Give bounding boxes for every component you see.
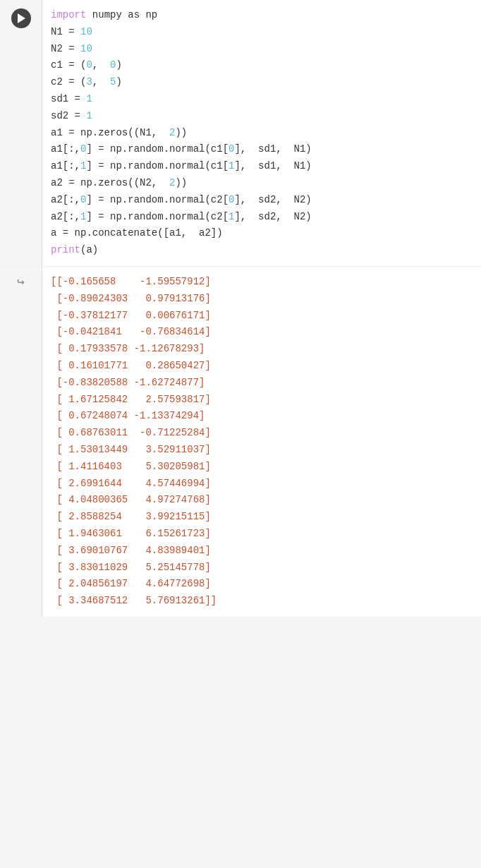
output-line: [ 3.34687512 5.76913261]]: [51, 593, 473, 610]
output-line: [-0.37812177 0.00676171]: [51, 308, 473, 325]
cell-gutter: [0, 0, 42, 266]
output-cell: ↪ [[-0.165658 -1.59557912] [-0.89024303 …: [0, 266, 481, 617]
code-cell: import numpy as np N1 = 10 N2 = 10 c1 = …: [0, 0, 481, 266]
output-line: [ 1.67125842 2.57593817]: [51, 392, 473, 409]
code-line: c2 = (3, 5): [51, 74, 473, 91]
code-line: c1 = (0, 0): [51, 57, 473, 74]
output-line: [ 2.6991644 4.57446994]: [51, 476, 473, 493]
code-content: import numpy as np N1 = 10 N2 = 10 c1 = …: [42, 0, 481, 266]
code-line: a1[:,0] = np.random.normal(c1[0], sd1, N…: [51, 141, 473, 158]
output-line: [ 3.83011029 5.25145778]: [51, 560, 473, 577]
code-line: N2 = 10: [51, 41, 473, 58]
code-line: print(a): [51, 242, 473, 259]
code-line: a = np.concatenate([a1, a2]): [51, 225, 473, 242]
output-line: [-0.83820588 -1.62724877]: [51, 375, 473, 392]
output-line: [ 1.4116403 5.30205981]: [51, 459, 473, 476]
output-line: [ 3.69010767 4.83989401]: [51, 543, 473, 560]
code-line: sd2 = 1: [51, 108, 473, 125]
output-line: [ 2.8588254 3.99215115]: [51, 509, 473, 526]
code-line: N1 = 10: [51, 24, 473, 41]
output-line: [ 4.04800365 4.97274768]: [51, 492, 473, 509]
code-line: sd1 = 1: [51, 91, 473, 108]
output-line: [ 0.68763011 -0.71225284]: [51, 425, 473, 442]
code-line: a1[:,1] = np.random.normal(c1[1], sd1, N…: [51, 158, 473, 175]
output-line: [-0.0421841 -0.76834614]: [51, 324, 473, 341]
output-line: [ 1.9463061 6.15261723]: [51, 526, 473, 543]
output-line: [ 0.17933578 -1.12678293]: [51, 341, 473, 358]
output-icon: ↪: [17, 274, 25, 289]
code-line: import numpy as np: [51, 7, 473, 24]
code-line: a1 = np.zeros((N1, 2)): [51, 125, 473, 142]
output-line: [[-0.165658 -1.59557912]: [51, 274, 473, 291]
output-line: [ 0.67248074 -1.13374294]: [51, 408, 473, 425]
run-button[interactable]: [11, 8, 31, 28]
output-gutter: ↪: [0, 267, 42, 617]
code-line: a2[:,1] = np.random.normal(c2[1], sd2, N…: [51, 209, 473, 226]
output-content: [[-0.165658 -1.59557912] [-0.89024303 0.…: [42, 267, 481, 617]
output-line: [ 0.16101771 0.28650427]: [51, 358, 473, 375]
code-line: a2 = np.zeros((N2, 2)): [51, 175, 473, 192]
output-line: [ 1.53013449 3.52911037]: [51, 442, 473, 459]
output-line: [ 2.04856197 4.64772698]: [51, 576, 473, 593]
code-line: a2[:,0] = np.random.normal(c2[0], sd2, N…: [51, 192, 473, 209]
output-line: [-0.89024303 0.97913176]: [51, 291, 473, 308]
